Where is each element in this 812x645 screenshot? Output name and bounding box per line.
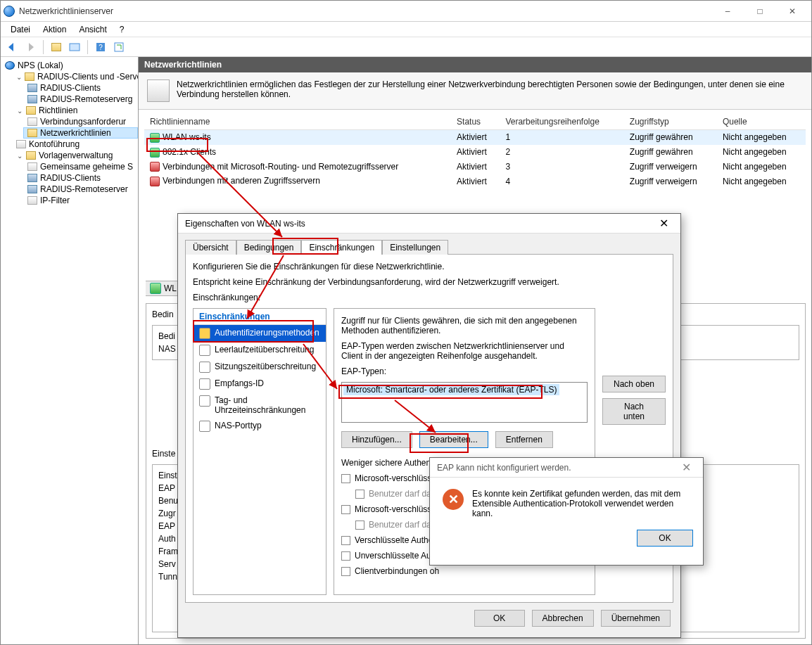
tree-shared-secrets[interactable]: Gemeinsame geheime S [23, 161, 138, 172]
error-ok-button[interactable]: OK [637, 530, 693, 547]
col-name[interactable]: Richtlinienname [144, 114, 451, 130]
clock-icon [199, 362, 210, 373]
cancel-button[interactable]: Abbrechen [532, 610, 594, 627]
tree-radius-remote[interactable]: RADIUS-Remoteserverg [23, 94, 138, 105]
constraint-called[interactable]: Empfangs-ID [194, 376, 326, 392]
folder-icon [26, 151, 36, 160]
tree-net-policies[interactable]: Netzwerkrichtlinien [23, 127, 138, 139]
folder-icon [27, 129, 37, 137]
tab-constraints[interactable]: Einschränkungen [301, 240, 382, 255]
list-label: Einschränkungen: [193, 293, 666, 302]
tree-label: Verbindungsanforderur [40, 117, 126, 127]
tree-radius[interactable]: ⌄RADIUS-Clients und -Serve [12, 71, 138, 82]
tree-radius-clients2[interactable]: RADIUS-Clients [23, 172, 138, 184]
constraint-daytime[interactable]: Tag- und Uhrzeiteinschränkungen [194, 392, 326, 418]
checkbox-icon [341, 536, 350, 545]
clock-icon [199, 345, 210, 356]
remove-button[interactable]: Entfernen [495, 431, 553, 448]
menu-action[interactable]: Aktion [37, 23, 72, 36]
policy-list: Richtlinienname Status Verarbeitungsreih… [139, 110, 811, 193]
table-row[interactable]: 802.1x Clients Aktiviert 2 Zugriff gewäh… [144, 145, 806, 160]
toolbar-refresh-icon[interactable] [110, 39, 127, 55]
svg-rect-3 [115, 43, 123, 51]
cell: WLAN ws-its [163, 132, 211, 142]
toolbar-help-icon[interactable]: ? [92, 39, 109, 55]
back-button[interactable] [4, 39, 20, 55]
server-icon [27, 185, 37, 193]
toolbar-properties-icon[interactable] [66, 39, 83, 55]
eap-types-list[interactable]: Microsoft: Smartcard- oder anderes Zerti… [341, 382, 588, 423]
calendar-icon [199, 395, 210, 407]
banner-icon [147, 79, 170, 102]
intro-text2: Entspricht keine Einschränkung der Verbi… [193, 277, 666, 287]
cell: 4 [500, 174, 623, 189]
table-row[interactable]: WLAN ws-its Aktiviert 1 Zugriff gewähren… [144, 130, 806, 145]
constraint-auth[interactable]: Authentifizierungsmethoden [194, 325, 326, 342]
ok-button[interactable]: OK [474, 610, 525, 627]
tree-label: RADIUS-Clients [40, 83, 101, 93]
col-order[interactable]: Verarbeitungsreihenfolge [500, 114, 623, 130]
forward-button[interactable] [22, 39, 39, 55]
tree-ip-filter[interactable]: IP-Filter [23, 195, 138, 206]
tree-templates[interactable]: ⌄Vorlagenverwaltung [12, 150, 138, 161]
apply-button[interactable]: Übernehmen [601, 610, 671, 627]
eap-type-selected[interactable]: Microsoft: Smartcard- oder anderes Zerti… [343, 384, 559, 395]
tab-settings[interactable]: Einstellungen [382, 240, 448, 255]
properties-dialog: Eigenschaften von WLAN ws-its ✕ Übersich… [177, 213, 681, 638]
tree-label: Netzwerkrichtlinien [40, 128, 111, 138]
constraints-list-header: Einschränkungen [194, 309, 326, 325]
tabstrip: Übersicht Bedingungen Einschränkungen Ei… [178, 234, 680, 254]
policy-deny-icon [150, 162, 160, 172]
dialog-close-button[interactable]: ✕ [654, 217, 673, 231]
tab-overview[interactable]: Übersicht [185, 240, 236, 255]
minimize-button[interactable]: – [711, 1, 744, 22]
menu-file[interactable]: Datei [5, 23, 36, 36]
doc-icon [27, 162, 37, 171]
table-row[interactable]: Verbindungen mit Microsoft-Routing- und … [144, 160, 806, 174]
tab-conditions[interactable]: Bedingungen [236, 240, 302, 255]
table-row[interactable]: Verbindungen mit anderen Zugriffsservern… [144, 174, 806, 189]
col-access[interactable]: Zugriffstyp [624, 114, 717, 130]
tree-pane: NPS (Lokal) ⌄RADIUS-Clients und -Serve R… [1, 57, 139, 644]
tree-policies[interactable]: ⌄Richtlinien [12, 105, 138, 116]
policy-ok-icon [150, 133, 160, 143]
constraint-idle[interactable]: Leerlaufzeitüberschreitung [194, 342, 326, 359]
error-close-button[interactable]: ✕ [676, 461, 696, 475]
cell: Zugriff gewähren [624, 145, 717, 160]
constraint-nasport[interactable]: NAS-Porttyp [194, 418, 326, 435]
move-down-button[interactable]: Nach unten [602, 398, 666, 425]
cell: Aktiviert [451, 160, 500, 174]
close-button[interactable]: ✕ [776, 1, 808, 22]
folder-icon [25, 72, 34, 81]
cell: Zugriff verweigern [624, 160, 717, 174]
maximize-button[interactable]: □ [744, 1, 776, 22]
window-title: Netzwerkrichtlinienserver [19, 6, 711, 16]
chk-label: Microsoft-verschlüssel [355, 473, 438, 483]
detail-text2: EAP-Typen werden zwischen Netzwerkrichtl… [341, 341, 588, 361]
tree-label: Vorlagenverwaltung [39, 151, 113, 160]
twisty-icon: ⌄ [16, 73, 22, 81]
menu-view[interactable]: Ansicht [73, 23, 112, 36]
tree-radius-remote2[interactable]: RADIUS-Remoteserver [23, 184, 138, 195]
cell: 2 [500, 145, 623, 160]
menu-help[interactable]: ? [114, 23, 130, 36]
chk-unauth[interactable]: Clientverbindungen oh [341, 566, 588, 576]
tree-radius-clients[interactable]: RADIUS-Clients [23, 82, 138, 94]
tree-label: RADIUS-Remoteserver [40, 184, 128, 194]
add-button[interactable]: Hinzufügen... [341, 431, 412, 448]
col-status[interactable]: Status [451, 114, 500, 130]
tree-accounting[interactable]: Kontoführung [12, 139, 138, 150]
item-label: Authentifizierungsmethoden [215, 328, 319, 338]
constraint-session[interactable]: Sitzungszeitüberschreitung [194, 359, 326, 376]
move-up-button[interactable]: Nach oben [602, 376, 666, 392]
tree-label: RADIUS-Clients und -Serve [37, 72, 139, 82]
col-source[interactable]: Quelle [717, 114, 806, 130]
edit-button[interactable]: Bearbeiten... [419, 431, 488, 448]
toolbar-folder-icon[interactable] [48, 39, 65, 55]
menubar: Datei Aktion Ansicht ? [1, 22, 811, 37]
tree-connreq[interactable]: Verbindungsanforderur [23, 116, 138, 127]
tree-root[interactable]: NPS (Lokal) [1, 60, 138, 71]
tree-label: IP-Filter [40, 196, 70, 205]
chk-label: Microsoft-verschlüssel [355, 504, 438, 514]
error-icon: ✕ [443, 489, 464, 510]
